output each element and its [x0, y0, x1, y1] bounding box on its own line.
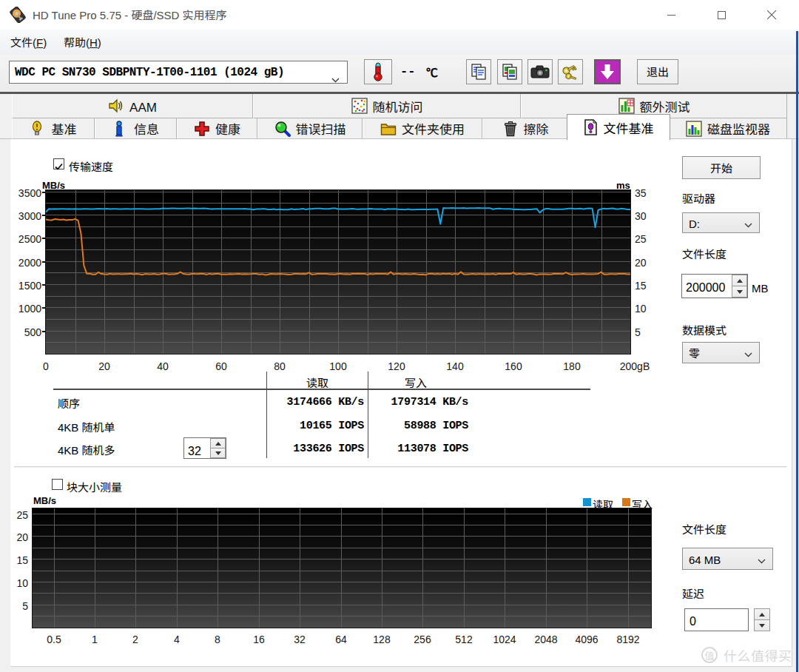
- block-size-label: 块大小测量: [67, 479, 122, 494]
- menu-key: H: [90, 34, 98, 50]
- keys-icon: [562, 63, 579, 81]
- data-mode-label: 数据模式: [682, 322, 726, 337]
- tab-random-access[interactable]: 随机访问: [253, 94, 521, 118]
- app-icon: [10, 7, 26, 23]
- chart2-xtick: 2: [113, 631, 158, 646]
- chart1-ytick: 1500: [10, 278, 41, 292]
- chart2-xtick: 64: [319, 631, 363, 646]
- data-mode-combo[interactable]: 零: [682, 342, 760, 363]
- tab-erase[interactable]: 擦除: [482, 118, 568, 138]
- chart1-ytick-right: 15: [635, 278, 647, 292]
- maximize-button[interactable]: [704, 0, 738, 30]
- menu-help[interactable]: 帮助(H): [56, 30, 109, 55]
- drive-select[interactable]: WDC PC SN730 SDBPNTY-1T00-1101 (1024 gB): [9, 61, 348, 84]
- copy-image-button[interactable]: [497, 59, 522, 84]
- delay-input[interactable]: 0: [684, 608, 749, 631]
- tab-benchmark[interactable]: 基准: [12, 118, 95, 138]
- drive-combo[interactable]: D:: [682, 212, 760, 233]
- file-length-unit: MB: [752, 280, 769, 295]
- file-length2-label: 文件长度: [682, 521, 726, 537]
- window-title: HD Tune Pro 5.75 - 硬盘/SSD 实用程序: [33, 0, 227, 30]
- transfer-rate-checkbox[interactable]: [53, 158, 64, 169]
- table-row-label: 4KB 随机多: [58, 442, 115, 457]
- tab-speaker[interactable]: AAM: [12, 94, 253, 118]
- menu-file[interactable]: 文件(F): [3, 30, 54, 55]
- file-length-spinner[interactable]: 200000: [681, 274, 748, 298]
- tab-disk-monitor[interactable]: 磁盘监视器: [669, 118, 787, 138]
- start-button[interactable]: 开始: [682, 156, 761, 179]
- chevron-down-icon: [758, 551, 766, 567]
- tab-file-benchmark[interactable]: 文件基准: [567, 114, 670, 140]
- spin-down-button[interactable]: [732, 286, 747, 298]
- chart2-yunit-label: MB/s: [33, 493, 56, 507]
- temperature-unit: ℃: [426, 59, 438, 84]
- chart2-xtick: 32: [277, 631, 322, 646]
- tab-info[interactable]: 信息: [95, 118, 177, 138]
- screenshot-button[interactable]: [527, 59, 553, 84]
- spin-up-button[interactable]: [210, 438, 226, 448]
- chart1-ytick-right: 25: [635, 231, 647, 246]
- tab-label: 基准: [52, 119, 77, 138]
- chart1-svg: [46, 190, 630, 354]
- chart1-xtick: 40: [141, 358, 185, 373]
- table-read-value: 10165 IOPS: [268, 420, 364, 432]
- chart2-ytick: 10: [10, 575, 28, 590]
- tab-health[interactable]: 健康: [177, 118, 257, 138]
- delay-spinner-buttons: [754, 608, 770, 631]
- capture-toggle-button[interactable]: [594, 59, 621, 84]
- table-header-read: 读取: [267, 374, 368, 390]
- chart1-ytick-right: 10: [635, 300, 647, 315]
- tab-label: 信息: [134, 119, 159, 138]
- transfer-rate-label: 传输速度: [69, 158, 113, 174]
- menu-bar: [0, 30, 799, 55]
- legend-read-swatch: [583, 498, 591, 506]
- tab-label: 错误扫描: [296, 119, 346, 138]
- health-icon: [194, 121, 210, 137]
- data-mode-value: 零: [683, 345, 700, 360]
- save-button[interactable]: [558, 59, 583, 84]
- table-write-value: 58988 IOPS: [369, 420, 468, 432]
- chart1-xtick: 60: [199, 358, 243, 373]
- drive-select-value: WDC PC SN730 SDBPNTY-1T00-1101 (1024 gB): [10, 66, 284, 79]
- chart2-svg: [33, 508, 651, 628]
- tab-strip: AAM随机访问额外测试基准信息健康错误扫描文件夹使用擦除磁盘监视器: [0, 94, 799, 139]
- minimize-button[interactable]: [654, 0, 688, 30]
- extra-tests-icon: [618, 98, 635, 114]
- queue-depth-spinner[interactable]: 32: [183, 437, 226, 459]
- close-button[interactable]: [755, 0, 789, 30]
- chart1-ytick-mark: [42, 284, 46, 286]
- chart1-xtick: 20: [82, 358, 127, 373]
- error-scan-icon: [274, 121, 291, 137]
- block-size-checkbox[interactable]: [52, 479, 63, 490]
- temperature-value: --: [400, 59, 422, 84]
- table-write-value: 1797314 KB/s: [369, 396, 468, 409]
- bottom-strip: [0, 667, 796, 672]
- copy-text-button[interactable]: [466, 59, 491, 84]
- chart1-grid: [46, 190, 630, 354]
- temperature-button[interactable]: [364, 59, 392, 84]
- tab-folder-usage[interactable]: 文件夹使用: [363, 118, 482, 138]
- spin-up-button[interactable]: [732, 275, 747, 286]
- up-arrow-icon: [737, 279, 743, 283]
- exit-button[interactable]: 退出: [637, 59, 678, 84]
- chart1-ytick-right: 35: [635, 185, 647, 200]
- table-header-write: 写入: [368, 374, 463, 390]
- chart2-xtick: 2048: [524, 631, 568, 646]
- legend-write-swatch: [622, 498, 630, 506]
- spin-up-button[interactable]: [754, 608, 770, 620]
- chart2-xtick: 128: [360, 631, 404, 646]
- tab-error-scan[interactable]: 错误扫描: [257, 118, 363, 138]
- table-row-label: 4KB 随机单: [58, 419, 115, 434]
- section-divider: [14, 466, 786, 468]
- chart2-xtick: 1024: [482, 631, 527, 646]
- minimize-icon: [667, 11, 675, 19]
- spin-down-button[interactable]: [754, 620, 770, 631]
- chart1-xtick: 100: [316, 358, 360, 373]
- chart2-ytick: 25: [10, 507, 28, 522]
- chart2-ytick: 15: [10, 552, 28, 567]
- chart2-grid: [33, 508, 651, 628]
- spin-down-button[interactable]: [210, 448, 226, 458]
- file-length2-combo[interactable]: 64 MB: [682, 548, 773, 570]
- watermark-text: 什么值得买: [724, 645, 792, 665]
- tab-label: 随机访问: [373, 97, 423, 115]
